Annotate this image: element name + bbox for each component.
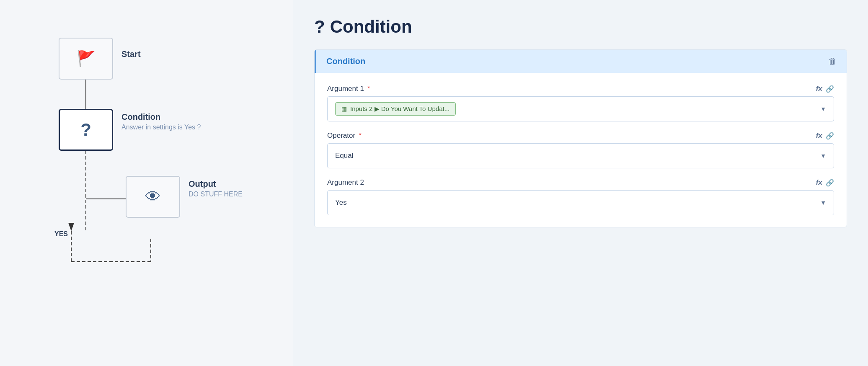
- start-node-box: 🚩: [59, 38, 113, 80]
- output-node-subtitle: DO STUFF HERE: [189, 191, 243, 198]
- editor-panel: ? Condition Condition 🗑 Argument 1 * fx …: [293, 0, 868, 366]
- delete-condition-button[interactable]: 🗑: [828, 57, 837, 66]
- operator-value: Equal: [335, 152, 353, 160]
- operator-link-icon[interactable]: 🔗: [826, 132, 834, 140]
- argument1-dropdown-arrow[interactable]: ▼: [820, 106, 826, 112]
- operator-icons: fx 🔗: [816, 131, 834, 140]
- page-title-icon: ?: [314, 17, 325, 37]
- flag-icon: 🚩: [77, 50, 96, 67]
- output-node-box: 👁: [126, 176, 180, 218]
- argument2-link-icon[interactable]: 🔗: [826, 179, 834, 187]
- argument1-label: Argument 1 *: [327, 85, 370, 93]
- operator-required: *: [359, 132, 362, 139]
- flow-container: 🚩 Start ? Condition Answer in settings i…: [34, 25, 260, 341]
- argument1-field-group: Argument 1 * fx 🔗 ▦ Inputs 2 ▶ Do You Wa…: [327, 85, 834, 121]
- argument1-icons: fx 🔗: [816, 85, 834, 93]
- output-node-label: Output DO STUFF HERE: [189, 179, 243, 198]
- condition-node-box: ?: [59, 109, 113, 151]
- condition-node-title: Condition: [121, 112, 201, 122]
- card-header-title: Condition: [326, 57, 365, 66]
- argument2-header: Argument 2 fx 🔗: [327, 178, 834, 187]
- start-node[interactable]: 🚩 Start: [59, 38, 113, 80]
- condition-node-label: Condition Answer in settings is Yes ?: [121, 112, 201, 131]
- condition-question-icon: ?: [80, 120, 91, 140]
- condition-node-subtitle: Answer in settings is Yes ?: [121, 124, 201, 131]
- argument2-dropdown-arrow[interactable]: ▼: [820, 199, 826, 206]
- operator-input[interactable]: Equal ▼: [327, 143, 834, 168]
- argument2-input[interactable]: Yes ▼: [327, 190, 834, 215]
- argument2-fx-icon[interactable]: fx: [816, 178, 822, 187]
- argument2-label-wrap: Argument 2: [327, 178, 364, 187]
- flow-diagram-panel: 🚩 Start ? Condition Answer in settings i…: [0, 0, 293, 366]
- condition-node[interactable]: ? Condition Answer in settings is Yes ?: [59, 109, 113, 151]
- argument1-fx-icon[interactable]: fx: [816, 85, 822, 93]
- card-body: Argument 1 * fx 🔗 ▦ Inputs 2 ▶ Do You Wa…: [315, 73, 847, 227]
- argument2-field-group: Argument 2 fx 🔗 Yes ▼: [327, 178, 834, 215]
- argument1-tag-icon: ▦: [341, 106, 347, 112]
- argument2-value: Yes: [335, 198, 347, 207]
- output-node-title: Output: [189, 179, 243, 189]
- yes-label: YES: [54, 230, 68, 238]
- operator-fx-icon[interactable]: fx: [816, 131, 822, 140]
- argument1-required: *: [367, 85, 370, 92]
- argument1-value-tag: ▦ Inputs 2 ▶ Do You Want To Updat...: [335, 102, 456, 116]
- page-title-text: Condition: [330, 17, 412, 37]
- argument1-tag-text: Inputs 2 ▶ Do You Want To Updat...: [350, 105, 450, 113]
- eye-icon: 👁: [145, 188, 161, 206]
- operator-dropdown-arrow[interactable]: ▼: [820, 152, 826, 159]
- card-header: Condition 🗑: [315, 50, 847, 73]
- operator-field-group: Operator * fx 🔗 Equal ▼: [327, 131, 834, 168]
- argument1-input[interactable]: ▦ Inputs 2 ▶ Do You Want To Updat... ▼: [327, 96, 834, 121]
- condition-card: Condition 🗑 Argument 1 * fx 🔗: [314, 49, 847, 227]
- page-title: ? Condition: [314, 17, 847, 37]
- argument2-icons: fx 🔗: [816, 178, 834, 187]
- output-node[interactable]: 👁 Output DO STUFF HERE: [126, 176, 180, 218]
- start-node-title: Start: [121, 49, 141, 59]
- argument1-header: Argument 1 * fx 🔗: [327, 85, 834, 93]
- operator-header: Operator * fx 🔗: [327, 131, 834, 140]
- argument1-link-icon[interactable]: 🔗: [826, 85, 834, 93]
- operator-label-wrap: Operator *: [327, 131, 362, 140]
- start-node-label: Start: [121, 49, 141, 59]
